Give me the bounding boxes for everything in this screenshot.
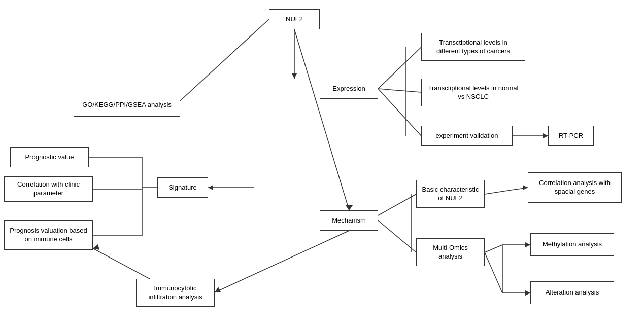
expression-box: Expression: [320, 79, 378, 99]
svg-marker-30: [525, 290, 530, 296]
transcriptional-cancer-box: Transctiptional levels in different type…: [421, 33, 525, 61]
rt-pcr-box: RT-PCR: [548, 126, 594, 146]
svg-line-25: [485, 252, 502, 293]
svg-line-8: [378, 89, 421, 136]
svg-marker-11: [543, 133, 548, 138]
svg-line-6: [378, 47, 421, 89]
svg-marker-13: [208, 185, 213, 190]
svg-line-4: [294, 29, 349, 210]
correlation-spacial-box: Correlation analysis with spacial genes: [528, 172, 622, 203]
correlation-clinic-box: Correlation with clinic parameter: [4, 176, 93, 202]
transcriptional-normal-box: Transctiptional levels in normal vs NSCL…: [421, 79, 525, 106]
mechanism-box: Mechanism: [320, 210, 378, 231]
svg-marker-5: [346, 205, 353, 210]
svg-marker-1: [292, 73, 297, 79]
svg-marker-34: [215, 287, 221, 292]
diagram: NUF2 GO/KEGG/PPI/GSEA analysis Expressio…: [0, 0, 644, 331]
svg-line-33: [215, 231, 349, 292]
methylation-box: Methylation analysis: [530, 233, 614, 256]
basic-char-box: Basic characteristic of NUF2: [416, 180, 485, 208]
svg-marker-28: [525, 242, 530, 247]
nuf2-box: NUF2: [269, 9, 320, 29]
multi-omics-box: Multi-Omics analysis: [416, 238, 485, 266]
svg-marker-32: [93, 244, 99, 250]
svg-line-19: [378, 194, 416, 215]
svg-line-2: [175, 19, 269, 105]
svg-line-7: [378, 89, 421, 92]
svg-marker-23: [523, 185, 528, 190]
go-kegg-box: GO/KEGG/PPI/GSEA analysis: [74, 94, 180, 117]
prognosis-immune-box: Prognosis valuation based on immune cell…: [4, 220, 93, 250]
svg-line-22: [485, 188, 528, 194]
svg-line-24: [485, 245, 502, 252]
prognostic-box: Prognostic value: [10, 147, 89, 167]
svg-line-20: [378, 220, 416, 252]
immunocytotic-box: Immunocytotic infiltration analysis: [136, 279, 215, 307]
alteration-box: Alteration analysis: [530, 281, 614, 304]
signature-box: Signature: [157, 177, 208, 198]
experiment-box: experiment validation: [421, 126, 513, 146]
